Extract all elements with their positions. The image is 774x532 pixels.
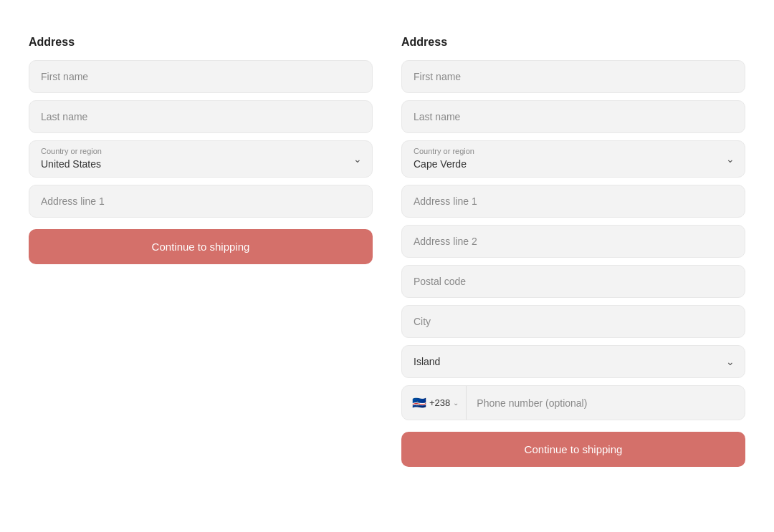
left-last-name-input[interactable] xyxy=(29,100,373,133)
cape-verde-flag-icon: 🇨🇻 xyxy=(412,396,426,410)
right-phone-chevron-icon: ⌄ xyxy=(453,399,459,407)
left-first-name-input[interactable] xyxy=(29,60,373,93)
right-address1-input[interactable] xyxy=(401,185,745,218)
right-panel: Address Country or region Cape Verde ⌄ I… xyxy=(401,21,745,481)
right-continue-button[interactable]: Continue to shipping xyxy=(401,432,745,467)
right-postal-input[interactable] xyxy=(401,265,745,298)
left-address-input[interactable] xyxy=(29,185,373,218)
left-country-select-wrapper: Country or region United States ⌄ xyxy=(29,140,373,178)
right-phone-row: 🇨🇻 +238 ⌄ xyxy=(401,385,745,420)
right-address2-input[interactable] xyxy=(401,225,745,258)
left-country-select[interactable]: United States xyxy=(29,141,372,177)
left-field-group: Country or region United States ⌄ Contin… xyxy=(29,60,373,264)
right-panel-title: Address xyxy=(401,36,745,49)
left-panel: Address Country or region United States … xyxy=(29,21,373,481)
right-phone-country-selector[interactable]: 🇨🇻 +238 ⌄ xyxy=(402,386,467,420)
right-country-select[interactable]: Cape Verde xyxy=(402,141,745,177)
left-panel-title: Address xyxy=(29,36,373,49)
right-city-input[interactable] xyxy=(401,305,745,338)
left-continue-button[interactable]: Continue to shipping xyxy=(29,229,373,264)
right-phone-code: +238 xyxy=(429,397,450,408)
right-country-select-wrapper: Country or region Cape Verde ⌄ xyxy=(401,140,745,178)
right-island-select[interactable]: Island xyxy=(402,346,745,377)
right-phone-input[interactable] xyxy=(467,387,745,419)
right-island-select-wrapper: Island ⌄ xyxy=(401,345,745,378)
right-last-name-input[interactable] xyxy=(401,100,745,133)
right-first-name-input[interactable] xyxy=(401,60,745,93)
right-field-group: Country or region Cape Verde ⌄ Island ⌄ … xyxy=(401,60,745,467)
page-container: Address Country or region United States … xyxy=(14,21,760,481)
